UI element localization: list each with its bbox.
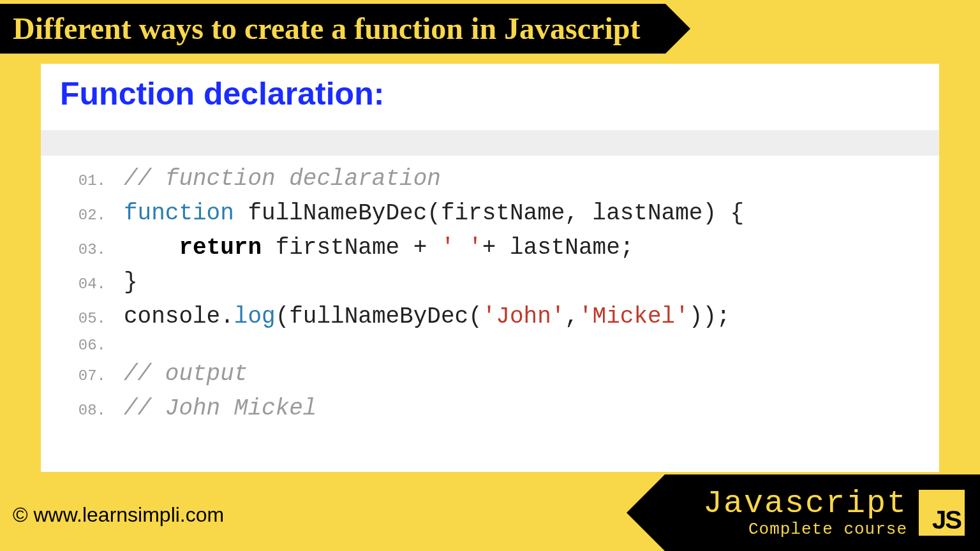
- line-number: 04.: [60, 273, 124, 296]
- code-line: 05.console.log(fullNameByDec('John','Mic…: [60, 300, 920, 334]
- line-number: 07.: [60, 365, 124, 388]
- line-number: 08.: [60, 399, 124, 422]
- code-line-content: // John Mickel: [124, 392, 316, 426]
- copyright-text: © www.learnsimpli.com: [13, 503, 224, 527]
- js-logo-text: JS: [932, 506, 961, 534]
- footer-brand-subtitle: Complete course: [703, 521, 907, 538]
- line-number: 01.: [60, 170, 124, 193]
- footer-brand-title: Javascript: [703, 487, 907, 521]
- footer-brand: Javascript Complete course: [703, 487, 907, 538]
- code-line-content: return firstName + ' '+ lastName;: [124, 231, 634, 265]
- page-title: Different ways to create a function in J…: [13, 11, 640, 45]
- code-line: 02.function fullNameByDec(firstName, las…: [60, 196, 920, 231]
- code-line-content: // function declaration: [124, 162, 441, 196]
- code-line: 03. return firstName + ' '+ lastName;: [60, 231, 920, 265]
- page-title-ribbon: Different ways to create a function in J…: [0, 4, 665, 54]
- code-line: 07.// output: [60, 357, 920, 392]
- content-panel: Function declaration: 01.// function dec…: [41, 64, 939, 472]
- code-line-content: }: [124, 265, 138, 300]
- code-line-content: // output: [124, 357, 248, 392]
- code-line: 01.// function declaration: [60, 162, 920, 196]
- code-block: 01.// function declaration02.function fu…: [60, 162, 920, 426]
- line-number: 02.: [60, 204, 124, 227]
- code-line: 04.}: [60, 265, 920, 300]
- section-title: Function declaration:: [60, 75, 920, 112]
- code-line-content: function fullNameByDec(firstName, lastNa…: [124, 196, 744, 231]
- code-toolbar-strip: [41, 130, 939, 156]
- line-number: 06.: [60, 334, 124, 357]
- js-logo-icon: JS: [919, 490, 965, 536]
- line-number: 03.: [60, 239, 124, 261]
- code-line: 08.// John Mickel: [60, 392, 920, 426]
- footer-ribbon: Javascript Complete course JS: [665, 474, 980, 551]
- code-line-content: console.log(fullNameByDec('John','Mickel…: [124, 300, 731, 334]
- code-line: 06.: [60, 334, 920, 357]
- line-number: 05.: [60, 307, 124, 330]
